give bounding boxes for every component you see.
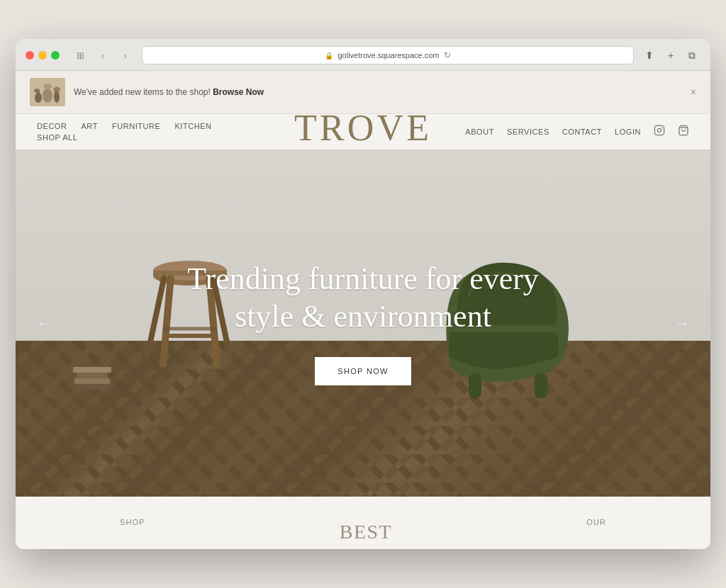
below-fold-section: SHOP BEST SELLERS OUR	[16, 497, 710, 549]
maximize-traffic-light[interactable]	[51, 51, 60, 60]
back-button[interactable]: ‹	[94, 48, 112, 62]
nav-link-shop-all[interactable]: SHOP ALL	[37, 133, 77, 142]
nav-link-furniture[interactable]: FURNITURE	[112, 122, 161, 130]
nav-link-kitchen[interactable]: KITCHEN	[174, 122, 211, 130]
hero-prev-button[interactable]: ←	[30, 308, 58, 339]
browser-window: ⊞ ‹ › 🔒 golivetrove.squarespace.com ↻ ⬆ …	[16, 39, 710, 549]
announcement-bar: We've added new items to the shop! Brows…	[16, 71, 710, 114]
hero-next-button[interactable]: →	[668, 308, 696, 339]
browser-chrome: ⊞ ‹ › 🔒 golivetrove.squarespace.com ↻ ⬆ …	[16, 39, 710, 71]
hero-headline: Trending furniture for every style & env…	[186, 261, 540, 336]
logo-vase-svg	[30, 78, 65, 106]
cart-icon[interactable]	[678, 125, 689, 139]
svg-point-11	[661, 128, 662, 128]
svg-point-8	[53, 87, 60, 92]
announcement-left: We've added new items to the shop! Brows…	[30, 78, 264, 106]
nav-row-1: DECOR ART FURNITURE KITCHEN	[37, 122, 212, 130]
nav-link-login[interactable]: LOGIN	[615, 128, 641, 136]
lock-icon: 🔒	[325, 52, 333, 60]
browser-actions: ⬆ + ⧉	[641, 47, 700, 64]
site-logo-image	[30, 78, 65, 106]
nav-link-services[interactable]: SERVICES	[507, 128, 549, 136]
hero-section: Trending furniture for every style & env…	[16, 149, 710, 497]
hero-shop-now-button[interactable]: SHOP NOW	[315, 357, 411, 385]
below-fold-best-sellers: BEST SELLERS	[325, 518, 407, 542]
refresh-icon[interactable]: ↻	[444, 50, 451, 60]
announcement-close-button[interactable]: ×	[691, 86, 696, 98]
svg-point-10	[657, 128, 661, 132]
sidebar-toggle-button[interactable]: ⊞	[71, 48, 89, 62]
svg-point-5	[43, 84, 52, 89]
nav-row-2: SHOP ALL	[37, 133, 212, 142]
svg-point-2	[34, 89, 40, 93]
traffic-lights	[26, 51, 60, 60]
browser-controls: ⊞ ‹ ›	[71, 48, 135, 62]
announcement-text: We've added new items to the shop! Brows…	[74, 87, 264, 97]
website-content: We've added new items to the shop! Brows…	[16, 71, 710, 549]
navigation: DECOR ART FURNITURE KITCHEN SHOP ALL TRO…	[16, 114, 710, 149]
nav-link-decor[interactable]: DECOR	[37, 122, 67, 130]
below-fold-our-label: OUR	[586, 518, 606, 526]
forward-button[interactable]: ›	[116, 48, 135, 62]
below-fold-shop: SHOP	[120, 518, 145, 526]
minimize-traffic-light[interactable]	[38, 51, 47, 60]
duplicate-button[interactable]: ⧉	[683, 47, 700, 64]
close-traffic-light[interactable]	[26, 51, 34, 60]
instagram-icon[interactable]	[654, 125, 665, 139]
address-bar[interactable]: 🔒 golivetrove.squarespace.com ↻	[142, 46, 634, 64]
best-sellers-title: BEST SELLERS	[325, 521, 407, 542]
share-button[interactable]: ⬆	[641, 47, 658, 64]
announcement-cta-text: Browse Now	[213, 87, 264, 97]
nav-right: ABOUT SERVICES CONTACT LOGIN	[465, 125, 689, 139]
nav-link-art[interactable]: ART	[81, 122, 97, 130]
svg-rect-9	[654, 125, 664, 135]
below-fold-our: OUR	[586, 518, 606, 526]
nav-link-contact[interactable]: CONTACT	[562, 128, 602, 136]
hero-content: Trending furniture for every style & env…	[16, 149, 710, 497]
nav-left: DECOR ART FURNITURE KITCHEN SHOP ALL	[37, 122, 212, 142]
new-tab-button[interactable]: +	[662, 47, 679, 64]
nav-link-about[interactable]: ABOUT	[465, 128, 494, 136]
url-text: golivetrove.squarespace.com	[337, 51, 439, 60]
below-fold-shop-label: SHOP	[120, 518, 145, 526]
